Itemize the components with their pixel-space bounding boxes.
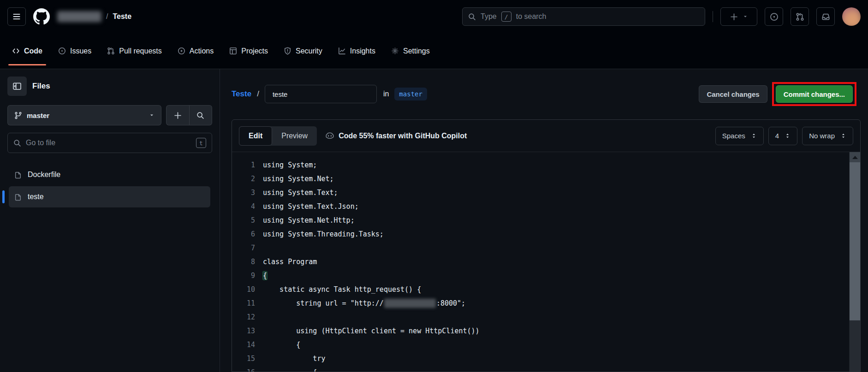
tab-pull-requests[interactable]: Pull requests: [102, 33, 166, 69]
code-line[interactable]: 9{: [232, 269, 860, 283]
scrollbar-thumb[interactable]: [850, 162, 860, 320]
code-line[interactable]: 15 try: [232, 352, 860, 366]
issue-opened-icon: [770, 12, 779, 21]
line-number: 13: [232, 327, 255, 335]
avatar[interactable]: [842, 7, 861, 26]
tab-insights[interactable]: Insights: [333, 33, 380, 69]
pull-requests-header-button[interactable]: [791, 7, 809, 26]
line-content: try: [255, 354, 325, 363]
code-line[interactable]: 10 static async Task http_request() {: [232, 283, 860, 296]
active-tab-underline: [8, 64, 46, 65]
copilot-icon: [325, 131, 334, 141]
line-content: using System.Threading.Tasks;: [255, 230, 384, 238]
code-text: try: [263, 354, 325, 363]
repo-breadcrumb-link[interactable]: Teste: [232, 89, 251, 99]
code-line[interactable]: 1using System;: [232, 158, 860, 172]
tab-actions[interactable]: Actions: [173, 33, 218, 69]
line-content: using (HttpClient client = new HttpClien…: [255, 327, 480, 335]
code-text: :8000";: [436, 299, 465, 307]
code-line[interactable]: 13 using (HttpClient client = new HttpCl…: [232, 324, 860, 338]
create-new-button[interactable]: [720, 7, 757, 26]
current-branch-label: master: [27, 112, 49, 119]
add-file-button[interactable]: [166, 106, 189, 125]
code-line[interactable]: 12: [232, 310, 860, 324]
file-row-teste[interactable]: teste: [9, 186, 210, 207]
indent-mode-value: Spaces: [722, 132, 745, 140]
line-number: 4: [232, 202, 255, 211]
shield-icon: [284, 47, 291, 55]
scrollbar-up-button[interactable]: [850, 152, 860, 162]
chevron-down-icon: [743, 14, 748, 19]
filename-input[interactable]: [265, 85, 377, 103]
global-search-input[interactable]: Type / to search: [462, 7, 705, 26]
code-line[interactable]: 16 {: [232, 366, 860, 372]
code-line[interactable]: 6using System.Threading.Tasks;: [232, 227, 860, 241]
tab-edit[interactable]: Edit: [239, 126, 272, 146]
branch-selector-button[interactable]: master: [7, 105, 161, 125]
code-text: using System.Threading.Tasks;: [263, 230, 384, 238]
content: Files master: [0, 69, 868, 372]
editor-panel: Teste / in master Cancel changes Commit …: [220, 69, 868, 372]
tab-settings[interactable]: Settings: [386, 33, 434, 69]
code-line[interactable]: 4using System.Text.Json;: [232, 200, 860, 213]
code-line[interactable]: 14 {: [232, 338, 860, 352]
code-text: {: [263, 272, 267, 280]
indent-mode-select[interactable]: Spaces: [715, 127, 764, 145]
search-icon: [13, 139, 21, 147]
search-placeholder-suffix: to search: [516, 12, 547, 21]
code-line[interactable]: 3using System.Text;: [232, 186, 860, 200]
line-number: 1: [232, 161, 255, 169]
indent-size-select[interactable]: 4: [768, 127, 797, 145]
tab-issues[interactable]: Issues: [54, 33, 96, 69]
selected-file-indicator: [2, 190, 5, 203]
line-number: 3: [232, 189, 255, 197]
inbox-header-button[interactable]: [816, 7, 835, 26]
file-icon: [14, 171, 22, 179]
triangle-up-icon: [852, 156, 858, 159]
code-line[interactable]: 2using System.Net;: [232, 172, 860, 186]
editor-scrollbar[interactable]: [849, 152, 860, 372]
code-area[interactable]: 1using System;2using System.Net;3using S…: [232, 152, 860, 372]
commit-changes-button[interactable]: Commit changes...: [776, 85, 853, 103]
code-line[interactable]: 5using System.Net.Http;: [232, 213, 860, 227]
tab-preview[interactable]: Preview: [272, 126, 317, 146]
files-panel-title: Files: [32, 82, 50, 91]
cancel-changes-button[interactable]: Cancel changes: [699, 85, 767, 103]
code-line[interactable]: 8class Program: [232, 255, 860, 269]
code-text: string url = "http://: [263, 299, 384, 307]
gear-icon: [391, 47, 399, 55]
file-name: Dockerfile: [28, 171, 60, 179]
edit-preview-switcher: Edit Preview: [239, 126, 317, 146]
line-content: using System.Text.Json;: [255, 202, 359, 211]
repo-owner-redacted[interactable]: [57, 11, 101, 22]
branch-badge[interactable]: master: [394, 88, 427, 100]
go-to-file-field: t: [7, 133, 212, 153]
repo-name[interactable]: Teste: [113, 12, 131, 21]
copilot-banner[interactable]: Code 55% faster with GitHub Copilot: [325, 131, 467, 141]
code-text: using System.Net;: [263, 175, 334, 183]
line-content: {: [255, 272, 267, 280]
tab-label: Code: [24, 47, 42, 55]
app-header: / Teste Type / to search: [0, 0, 868, 33]
hamburger-menu-button[interactable]: [7, 7, 26, 26]
issues-header-button[interactable]: [765, 7, 783, 26]
issue-opened-icon: [58, 47, 66, 55]
code-line[interactable]: 11 string url = "http://:8000";: [232, 296, 860, 310]
search-files-button[interactable]: [189, 106, 212, 125]
files-sidebar: Files master: [0, 69, 220, 372]
tab-code[interactable]: Code: [7, 33, 47, 69]
breadcrumb-separator: /: [257, 89, 259, 99]
editor-header: Teste / in master Cancel changes Commit …: [220, 69, 868, 119]
tab-security[interactable]: Security: [279, 33, 327, 69]
tab-label: Settings: [403, 47, 430, 55]
tab-label: Issues: [70, 47, 91, 55]
tab-projects[interactable]: Projects: [225, 33, 273, 69]
collapse-sidebar-button[interactable]: [7, 77, 27, 96]
code-line[interactable]: 7: [232, 241, 860, 255]
breadcrumb: / Teste: [57, 11, 131, 22]
go-to-file-input[interactable]: [26, 139, 191, 147]
wrap-mode-select[interactable]: No wrap: [802, 127, 853, 145]
hamburger-icon: [12, 12, 21, 21]
file-row-dockerfile[interactable]: Dockerfile: [9, 164, 210, 185]
github-logo[interactable]: [33, 8, 50, 25]
